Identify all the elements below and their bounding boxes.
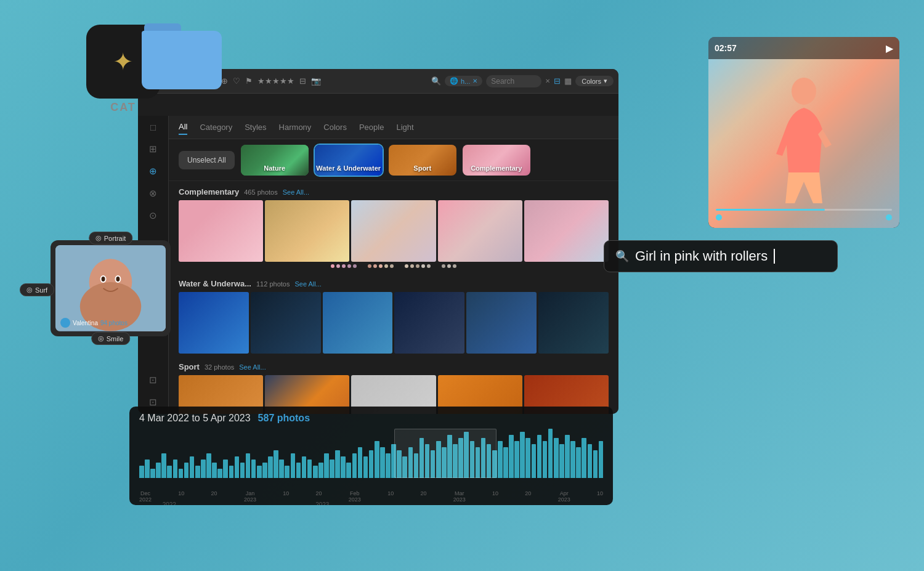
- filter-chip-water[interactable]: Water & Underwater: [315, 145, 383, 176]
- search-icon[interactable]: 🔍: [431, 76, 441, 86]
- histogram-bar: [576, 447, 581, 478]
- sidebar-icon-share[interactable]: ⊡: [149, 375, 157, 386]
- comp-thumb-5[interactable]: [524, 200, 609, 262]
- tl-mar-2023: Mar2023: [453, 490, 466, 503]
- filter-chip-sport[interactable]: Sport: [389, 145, 456, 176]
- histogram-bar: [173, 460, 178, 478]
- svg-point-7: [116, 277, 120, 281]
- tl-10d: 10: [492, 490, 498, 503]
- histogram-bar: [358, 447, 363, 478]
- histogram-bar: [520, 432, 525, 478]
- sport-see-all[interactable]: See All...: [239, 363, 265, 371]
- timeline-date-range: 4 Mar 2022 to 5 Apr 2023: [139, 413, 251, 424]
- filter-chip-complementary[interactable]: Complementary: [463, 145, 530, 176]
- sidebar-icon-grid[interactable]: ⊞: [149, 144, 157, 155]
- histogram-bar: [582, 438, 586, 478]
- sidebar-icon-map[interactable]: ⊗: [149, 188, 157, 199]
- portrait-image[interactable]: Valentina 94 photos: [55, 245, 166, 331]
- filter-icon[interactable]: ⊟: [554, 76, 561, 86]
- comp-thumb-2[interactable]: [265, 200, 349, 262]
- water-thumb-3[interactable]: [323, 292, 393, 354]
- timeline-panel: 4 Mar 2022 to 5 Apr 2023 587 photos 2022…: [129, 407, 613, 505]
- timeline-handle-left[interactable]: [716, 214, 722, 221]
- cat-category[interactable]: Category: [200, 120, 232, 134]
- stars-rating[interactable]: ★★★★★: [257, 76, 294, 86]
- video-time: 02:57: [715, 43, 737, 53]
- search-input[interactable]: [486, 75, 541, 87]
- histogram-selection[interactable]: [394, 429, 496, 478]
- sidebar-icon-import[interactable]: ⊕: [149, 166, 157, 177]
- sidebar-icon-people[interactable]: ⊙: [149, 210, 157, 221]
- unselect-all-button[interactable]: Unselect All: [179, 151, 235, 169]
- portrait-username: Valentina: [73, 320, 98, 326]
- histogram-bar: [593, 450, 598, 478]
- complementary-grid: [179, 200, 609, 262]
- flag-icon[interactable]: ⚑: [245, 76, 253, 86]
- video-play-button[interactable]: ▶: [886, 43, 893, 54]
- histogram-bar: [145, 460, 150, 478]
- water-thumb-1[interactable]: [179, 292, 249, 354]
- histogram-bar: [335, 450, 340, 478]
- person-figure: [767, 74, 841, 209]
- histogram-bar: [291, 453, 296, 478]
- search-overlay-icon: 🔍: [615, 249, 629, 263]
- cat-harmony[interactable]: Harmony: [279, 120, 312, 134]
- water-see-all[interactable]: See All...: [294, 280, 321, 288]
- histogram-bar: [341, 456, 346, 478]
- search-overlay: 🔍 Girl in pink with rollers: [604, 240, 838, 272]
- histogram-bar: [503, 447, 508, 478]
- cat-people[interactable]: People: [359, 120, 384, 134]
- water-thumb-4[interactable]: [394, 292, 464, 354]
- search-overlay-text[interactable]: Girl in pink with rollers: [635, 248, 768, 264]
- filter-chip-nature[interactable]: Nature: [241, 145, 309, 176]
- histogram-bar: [262, 463, 267, 478]
- camera-icon[interactable]: 📷: [311, 76, 321, 86]
- share-icon[interactable]: ⊕: [221, 76, 228, 86]
- surf-tag-icon: ◎: [26, 286, 33, 294]
- histogram-bar: [302, 456, 307, 478]
- search-input-clear[interactable]: ✕: [545, 78, 550, 84]
- comp-thumb-4[interactable]: [438, 200, 522, 262]
- timeline-handle-right[interactable]: [886, 214, 892, 221]
- histogram-bar: [352, 453, 357, 478]
- water-thumb-6[interactable]: [538, 292, 609, 354]
- complementary-title: Complementary: [179, 187, 239, 196]
- histogram-bar: [285, 466, 290, 478]
- portrait-user-info: Valentina 94 photos: [60, 318, 128, 328]
- cat-colors[interactable]: Colors: [323, 120, 347, 134]
- histogram-bar: [296, 463, 301, 478]
- chip-complementary-label: Complementary: [471, 164, 522, 172]
- adjust-icon[interactable]: ⊟: [299, 76, 306, 86]
- star-icon[interactable]: ♡: [233, 76, 240, 86]
- histogram-bar: [559, 444, 564, 478]
- cat-styles[interactable]: Styles: [245, 120, 266, 134]
- search-clear-icon[interactable]: ✕: [472, 78, 477, 84]
- histogram-bar: [240, 463, 245, 478]
- tl-10c: 10: [387, 490, 394, 503]
- histogram-bar: [190, 456, 195, 478]
- water-thumb-5[interactable]: [466, 292, 537, 354]
- smile-tag-icon: ◎: [98, 334, 104, 342]
- histogram-bar: [346, 463, 351, 478]
- comp-thumb-3[interactable]: [351, 200, 436, 262]
- comp-thumb-1[interactable]: [179, 200, 263, 262]
- search-area: 🔍 🌐 h... ✕ ✕ ⊟ ▦ Colors ▾: [431, 75, 614, 87]
- complementary-see-all[interactable]: See All...: [283, 188, 309, 196]
- cat-light[interactable]: Light: [396, 120, 413, 134]
- sidebar-icon-square[interactable]: □: [150, 122, 156, 132]
- tl-10e: 10: [597, 490, 603, 503]
- histogram-bar: [548, 429, 553, 478]
- text-cursor: [774, 249, 775, 264]
- cat-all[interactable]: All: [179, 119, 187, 135]
- histogram[interactable]: [139, 429, 603, 478]
- portrait-card: ◎ Portrait ◎ Surf Valentina 94 photos ◎ …: [51, 240, 171, 336]
- water-thumb-2[interactable]: [251, 292, 321, 354]
- timeline-photo-count: 587 photos: [258, 413, 310, 424]
- histogram-bar: [369, 450, 374, 478]
- folder-icon[interactable]: [142, 23, 222, 91]
- colors-filter-tag[interactable]: Colors ▾: [575, 76, 614, 86]
- search-tag[interactable]: 🌐 h... ✕: [445, 76, 482, 86]
- chip-sport-label: Sport: [413, 164, 431, 172]
- histogram-bar: [167, 466, 172, 478]
- chart-icon[interactable]: ▦: [564, 76, 572, 86]
